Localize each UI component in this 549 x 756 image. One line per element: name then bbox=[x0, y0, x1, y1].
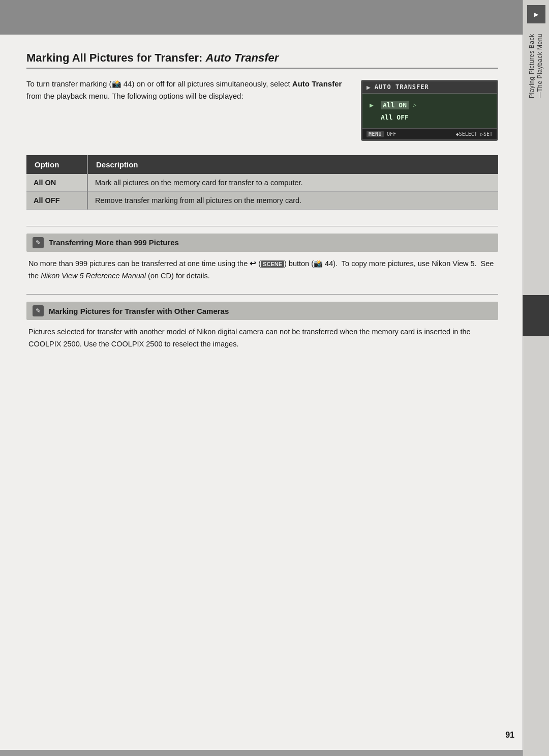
table-cell-option: All ON bbox=[26, 174, 87, 192]
lcd-row-allon: ▶ All ON ▷ bbox=[369, 99, 491, 111]
note2-body: Pictures selected for transfer with anot… bbox=[26, 326, 498, 351]
lcd-title-bar: ▶ AUTO TRANSFER bbox=[362, 81, 497, 94]
divider-2 bbox=[26, 294, 498, 295]
page-number: 91 bbox=[505, 731, 514, 740]
sidebar-label: Playing Pictures Back —The Playback Menu bbox=[528, 34, 544, 98]
top-bar bbox=[0, 0, 524, 35]
header-description: Description bbox=[87, 155, 498, 174]
intro-text: To turn transfer marking (📸 44) on or of… bbox=[26, 78, 345, 103]
playback-icon: ▶ bbox=[527, 5, 545, 23]
lcd-select-text: ◆SELECT bbox=[456, 131, 477, 137]
note2-box: ✎ Marking Pictures for Transfer with Oth… bbox=[26, 302, 498, 320]
main-content: Marking All Pictures for Transfer: Auto … bbox=[0, 35, 523, 379]
lcd-off-text: OFF bbox=[387, 131, 396, 137]
options-table: Option Description All ONMark all pictur… bbox=[26, 155, 498, 210]
lcd-set-text: ▷SET bbox=[480, 131, 493, 137]
note1-box: ✎ Transferring More than 999 Pictures bbox=[26, 234, 498, 252]
note1-body: No more than 999 pictures can be transfe… bbox=[26, 258, 498, 282]
intro-row: To turn transfer marking (📸 44) on or of… bbox=[26, 78, 498, 141]
lcd-row-alloff: ▶ All OFF bbox=[369, 111, 491, 123]
table-row: All OFFRemove transfer marking from all … bbox=[26, 191, 498, 209]
camera-lcd-mockup: ▶ AUTO TRANSFER ▶ All ON ▷ ▶ All OFF MEN… bbox=[361, 80, 498, 141]
table-cell-description: Mark all pictures on the memory card for… bbox=[87, 174, 498, 192]
divider-1 bbox=[26, 226, 498, 226]
lcd-menu-btn: MENU bbox=[367, 131, 384, 137]
lcd-title-text: AUTO TRANSFER bbox=[375, 83, 429, 91]
section-title: Marking All Pictures for Transfer: Auto … bbox=[26, 51, 498, 69]
header-option: Option bbox=[26, 155, 87, 174]
note2-icon: ✎ bbox=[33, 305, 44, 316]
table-cell-description: Remove transfer marking from all picture… bbox=[87, 191, 498, 209]
lcd-row-arrow: ▶ bbox=[370, 101, 377, 109]
table-row: All ONMark all pictures on the memory ca… bbox=[26, 174, 498, 192]
table-body: All ONMark all pictures on the memory ca… bbox=[26, 174, 498, 210]
lcd-option-alloff: All OFF bbox=[381, 113, 409, 121]
lcd-option-allon: All ON bbox=[381, 101, 409, 109]
right-sidebar: ▶ Playing Pictures Back —The Playback Me… bbox=[523, 0, 549, 756]
table-cell-option: All OFF bbox=[26, 191, 87, 209]
sidebar-dark-block bbox=[523, 295, 549, 336]
note1-icon: ✎ bbox=[33, 237, 44, 248]
lcd-body: ▶ All ON ▷ ▶ All OFF bbox=[362, 94, 497, 128]
lcd-footer: MENU OFF ◆SELECT ▷SET bbox=[362, 128, 497, 139]
table-header-row: Option Description bbox=[26, 155, 498, 174]
note1-title: Transferring More than 999 Pictures bbox=[49, 238, 179, 247]
note2-title: Marking Pictures for Transfer with Other… bbox=[49, 307, 229, 315]
lcd-option-arrow: ▷ bbox=[413, 101, 416, 108]
lcd-play-icon: ▶ bbox=[367, 83, 371, 91]
bottom-bar bbox=[0, 750, 523, 756]
